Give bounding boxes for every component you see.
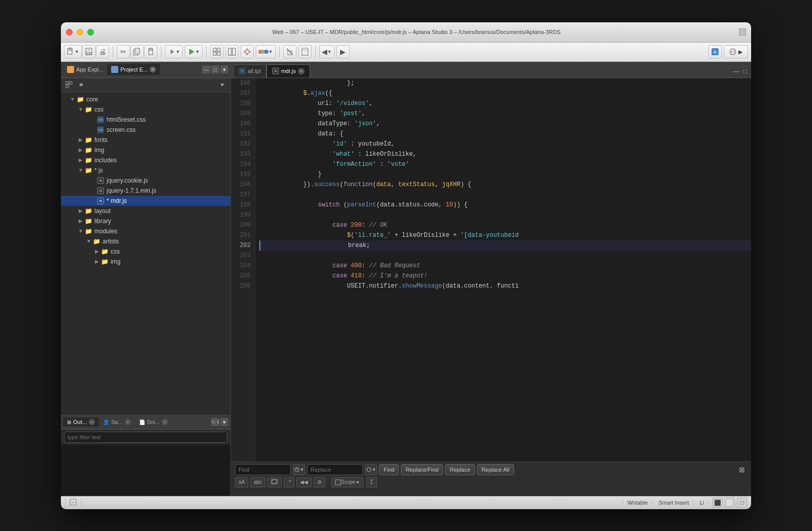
deploy-button[interactable]: ▼ (165, 45, 183, 58)
scope-button[interactable]: Scope ▼ (331, 477, 363, 487)
tree-item-fonts[interactable]: ▶ 📁 fonts (61, 135, 230, 145)
code-line-193: 'what' : likeOrDislike, (259, 149, 751, 159)
status-action-1[interactable]: ⬛ (713, 498, 723, 508)
save-button[interactable] (82, 45, 95, 58)
find-input[interactable] (235, 464, 291, 475)
whole-word-button[interactable]: abc (250, 477, 265, 487)
tree-item-html5reset[interactable]: CSS html5reset.css (61, 115, 230, 125)
snippets-tab[interactable]: 📄 Sni... × (135, 417, 172, 427)
new-button[interactable]: ▼ (64, 45, 82, 58)
status-action-2[interactable]: ⬜ (725, 498, 735, 508)
project-explorer-tab[interactable]: Project E... × (107, 64, 160, 75)
expand-button[interactable] (739, 28, 746, 36)
panel-menu-button[interactable]: ▼ (220, 65, 228, 74)
minimize-button[interactable] (77, 29, 83, 36)
samples-tab-close[interactable]: × (125, 419, 131, 425)
studio-icon: A (708, 45, 722, 58)
status-action-3[interactable]: □ (737, 498, 747, 508)
close-button[interactable] (66, 29, 73, 36)
case-sensitive-button[interactable]: aA (235, 477, 248, 487)
prev-match-button[interactable]: ◀◀ (296, 477, 312, 487)
collapse-all-button[interactable] (64, 80, 74, 90)
settings-find-button[interactable]: ⚙ (314, 477, 325, 487)
mdrjs-tab[interactable]: JS mdr.js × (266, 64, 310, 78)
svg-marker-52 (217, 420, 219, 422)
replace-button[interactable]: Replace (445, 464, 475, 475)
tree-toolbar (61, 78, 230, 92)
panel-button[interactable] (225, 45, 239, 58)
tree-item-modules[interactable]: ▼ 📁 modules (61, 226, 230, 236)
settings-button[interactable] (241, 45, 254, 58)
bottom-panel-menu[interactable]: ▼ (220, 418, 228, 426)
minimize-editor-button[interactable]: — (732, 67, 740, 76)
outline-tab[interactable]: ⊞ Out... × (63, 417, 99, 427)
paste-button[interactable] (144, 45, 157, 58)
project-explorer-close[interactable]: × (150, 66, 156, 73)
replace-find-button[interactable]: Replace/Find (401, 464, 443, 475)
forward-button[interactable]: ▶ (336, 45, 350, 58)
samples-tab-label: Sa... (111, 419, 123, 425)
wrap-button[interactable] (267, 477, 282, 487)
outline-tab-close[interactable]: × (89, 419, 95, 425)
find-close-button[interactable]: ⊠ (737, 465, 747, 475)
run-button[interactable]: ▼ (185, 45, 202, 58)
tree-label-css: css (94, 106, 104, 113)
arrow-icon: ▶ (93, 249, 100, 254)
tree-item-img[interactable]: ▶ 📁 img (61, 145, 230, 155)
alltpl-tab[interactable]: T all.tpl (233, 64, 266, 78)
tree-item-library[interactable]: ▶ 📁 library (61, 216, 230, 226)
snippets-tab-close[interactable]: × (162, 419, 168, 425)
tree-item-css[interactable]: ▼ 📁 css (61, 104, 230, 115)
minimize-panel-button[interactable]: — (202, 65, 210, 74)
code-editor: 186 187 188 189 190 191 192 193 194 195 … (231, 78, 751, 462)
maximize-panel-button[interactable]: □ (211, 65, 219, 74)
tree-item-core[interactable]: ▼ 📁 core (61, 94, 230, 104)
back-button[interactable]: ◀ ▼ (319, 45, 334, 58)
replace-input[interactable] (307, 464, 363, 475)
mdrjs-tab-close[interactable]: × (298, 68, 304, 75)
tree-item-jquerycookie[interactable]: JS jquery.cookie.js (61, 175, 230, 186)
copy-button[interactable] (130, 45, 144, 58)
tree-item-mdrjs[interactable]: JS * mdr.js (61, 196, 230, 206)
print-button[interactable]: 🖨 (96, 45, 109, 58)
svg-marker-53 (217, 422, 219, 424)
snippets-icon: 📄 (139, 419, 145, 425)
sigma-button[interactable]: Σ (366, 477, 377, 487)
tree-item-includes[interactable]: ▶ 📁 includes (61, 155, 230, 165)
maximize-button[interactable] (87, 29, 94, 36)
maximize-editor-button[interactable]: □ (741, 67, 749, 76)
svg-rect-35 (70, 82, 72, 84)
tree-item-artists-css[interactable]: ▶ 📁 css (61, 246, 230, 257)
replace-options-button[interactable]: ▼ (365, 464, 377, 475)
sort-button[interactable] (211, 418, 219, 426)
breakpoint-button[interactable] (298, 45, 312, 58)
web-button[interactable]: ▶ (724, 45, 748, 58)
line-197: 197 (231, 190, 255, 200)
debug-button[interactable] (283, 45, 296, 58)
svg-rect-6 (135, 48, 140, 54)
tree-item-layout[interactable]: ▶ 📁 layout (61, 206, 230, 216)
tree-item-screencss[interactable]: CSS screen.css (61, 125, 230, 135)
tree-item-jquery171[interactable]: JS jquery-1.7.1.min.js (61, 186, 230, 196)
tree-item-js[interactable]: ▼ 📁 * js (61, 165, 230, 175)
link-editor-button[interactable] (76, 80, 86, 90)
samples-icon: 👤 (103, 419, 109, 425)
app-explorer-tab[interactable]: App Expl... (63, 64, 107, 75)
cut-button[interactable]: ✂ (117, 45, 130, 58)
find-button[interactable]: Find (379, 464, 399, 475)
editor-tab-bar: T all.tpl JS mdr.js × — □ (231, 62, 751, 78)
find-options-button[interactable]: ▼ (293, 464, 305, 475)
regex-button[interactable]: .* (284, 477, 294, 487)
tree-item-artists-img[interactable]: ▶ 📁 img (61, 257, 230, 267)
folder-icon: 📁 (84, 166, 92, 174)
code-content[interactable]: }; $.ajax({ url: '/videos', type: 'post'… (255, 78, 751, 462)
color-picker-button[interactable]: ▼ (256, 45, 276, 58)
tree-menu-button[interactable] (217, 80, 227, 90)
bottom-panel: ⊞ Out... × 👤 Sa... × 📄 Sni... × (61, 415, 230, 496)
tree-item-artists[interactable]: ▼ 📁 artists (61, 236, 230, 246)
overview-button[interactable] (210, 45, 223, 58)
tree-label-jquery171: jquery-1.7.1.min.js (107, 187, 156, 194)
replace-all-button[interactable]: Replace All (477, 464, 514, 475)
filter-input[interactable] (64, 432, 227, 443)
samples-tab[interactable]: 👤 Sa... × (99, 417, 135, 427)
